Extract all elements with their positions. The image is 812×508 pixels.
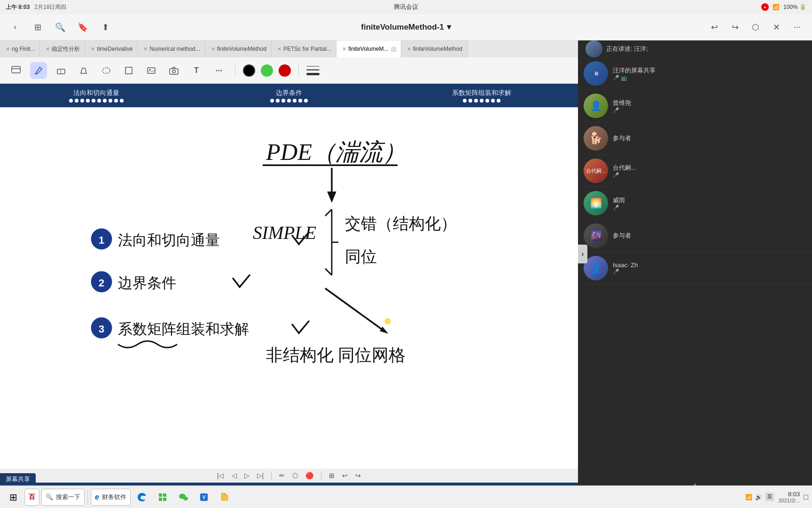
tab-1[interactable]: ✕ ng Finit... (0, 40, 40, 57)
tab-close-4[interactable]: ✕ (143, 46, 148, 52)
avatar-3: 🐕 (584, 126, 608, 151)
search-button[interactable]: 🔍 (53, 20, 68, 35)
taskbar-edge-btn[interactable] (133, 488, 151, 507)
color-red[interactable] (279, 64, 291, 77)
nav-undo[interactable]: ↩ (340, 471, 350, 480)
nav-prev-frame[interactable]: ◁ (230, 471, 239, 480)
participant-item-6[interactable]: 🌆 参与者 (578, 220, 812, 252)
tab-close-1[interactable]: ✕ (6, 46, 10, 52)
taskbar-tencent-btn[interactable]: V (195, 488, 213, 507)
color-green[interactable] (261, 64, 273, 77)
share-button[interactable]: ⬆ (98, 20, 113, 35)
more-tools[interactable] (211, 62, 227, 79)
participant-item-7[interactable]: 👤 Isaac· Zh 🎤 (578, 252, 812, 285)
nav-last[interactable]: ▷| (255, 471, 266, 480)
notification-icon[interactable]: □ (804, 493, 808, 501)
ie-icon: e (95, 493, 99, 501)
app-grid-button[interactable]: ⊞ (30, 20, 45, 35)
tab-2[interactable]: ✕ 稳定性分析 (40, 40, 85, 57)
more-button[interactable]: ··· (789, 20, 804, 35)
system-bar: 上午 8:03 2月18日周四 腾讯会议 ● 📶 100% 🔋 (0, 0, 812, 14)
tab-label-5: finiteVolumeMethod (217, 46, 266, 52)
tab-7[interactable]: ✕ finiteVolumeM... ⬜ (336, 40, 401, 57)
marker-tool[interactable] (75, 62, 92, 79)
nav-overview[interactable]: ⊞ (327, 471, 336, 480)
participant-item-5[interactable]: 🌅 威雨 🎤 (578, 187, 812, 220)
tab-close-2[interactable]: ✕ (46, 46, 50, 52)
tab-4[interactable]: ✕ Numerical method... (138, 40, 205, 57)
tab-close-7[interactable]: ✕ (342, 46, 346, 52)
close-button[interactable]: ✕ (769, 20, 784, 35)
taskbar-search-btn[interactable]: 🔍 搜索一下 (41, 489, 85, 506)
system-status: ● 📶 100% 🔋 (761, 3, 806, 11)
tab-close-6[interactable]: ✕ (277, 46, 281, 52)
nav-draw[interactable]: ✏ (277, 471, 287, 480)
nav-first[interactable]: |◁ (215, 471, 226, 480)
toolbar-separator-1 (235, 64, 235, 77)
avatar-2: 👤 (584, 94, 608, 118)
tab-5[interactable]: ✕ finiteVolumeMethod (205, 40, 272, 57)
stroke-thin[interactable] (306, 66, 320, 67)
color-black[interactable] (243, 64, 255, 77)
taskbar-wechat-btn[interactable] (174, 488, 193, 507)
sidebar-collapse-arrow[interactable]: › (578, 245, 587, 263)
participant-item-3[interactable]: 🐕 参与者 (578, 122, 812, 155)
presenter-avatar (586, 40, 602, 57)
redo-button[interactable]: ↪ (727, 20, 742, 35)
nav-next-frame[interactable]: ▷ (242, 471, 251, 480)
new-window-button[interactable]: ⬡ (748, 20, 763, 35)
slide-nav-controls: |◁ ◁ ▷ ▷| ✏ ⬡ 🔴 ⊞ ↩ ↪ (0, 468, 578, 483)
tab-close-3[interactable]: ✕ (91, 46, 95, 52)
participant-item-4[interactable]: 台代嗣... 台代嗣... 🎤 (578, 155, 812, 187)
slide-section-1[interactable]: 法向和切向通量 (0, 84, 193, 107)
slide-section-2[interactable]: 边界条件 (193, 84, 385, 107)
svg-text:PDE（湍流）: PDE（湍流） (265, 139, 406, 165)
section-3-title: 系数矩阵组装和求解 (452, 89, 511, 97)
svg-marker-17 (327, 191, 336, 203)
section-3-dots (463, 99, 500, 103)
tab-label-8: finiteVolumeMethod (413, 46, 462, 52)
participant-info-5: 威雨 🎤 (613, 196, 625, 211)
nav-redo[interactable]: ↪ (353, 471, 363, 480)
nav-laser[interactable]: 🔴 (304, 471, 315, 480)
stroke-thick[interactable] (306, 73, 320, 75)
back-button[interactable]: ‹ (8, 20, 23, 35)
slide-content: PDE（湍流） SIMPLE 交错（结构化） 同位 1 法向和切向通量 (0, 107, 578, 483)
windows-start-button[interactable]: ⊞ (4, 488, 23, 507)
shape-tool[interactable] (120, 62, 137, 79)
undo-button[interactable]: ↩ (707, 20, 722, 35)
tab-8[interactable]: ✕ finiteVolumeMethod (401, 40, 468, 57)
slide-section-3[interactable]: 系数矩阵组装和求解 (385, 84, 578, 107)
image-tool[interactable] (143, 62, 160, 79)
taskbar-baidu-btn[interactable]: 百 (24, 489, 39, 506)
document-title[interactable]: finiteVolumeMethod-1 ▾ (361, 22, 451, 32)
tab-close-8[interactable]: ✕ (407, 46, 411, 52)
ime-icon[interactable]: 英 (765, 492, 774, 501)
right-sidebar: 🖥 汪洋的屏幕共享 🎤 📺 👤 曾维尧 🎤 🐕 参与者 (578, 57, 812, 508)
tab-close-5[interactable]: ✕ (211, 46, 215, 52)
participant-item-2[interactable]: 👤 曾维尧 🎤 (578, 90, 812, 122)
tab-6[interactable]: ✕ PETSc for Partial... (272, 40, 336, 57)
system-time: 上午 8:03 (6, 3, 30, 11)
camera-tool[interactable] (165, 62, 182, 79)
nav-zoom[interactable]: ⬡ (290, 471, 300, 480)
participant-list: 🖥 汪洋的屏幕共享 🎤 📺 👤 曾维尧 🎤 🐕 参与者 (578, 57, 812, 477)
stroke-medium[interactable] (306, 69, 320, 71)
taskbar-file-btn[interactable] (215, 488, 234, 507)
svg-point-33 (384, 318, 391, 325)
handwriting-canvas[interactable]: PDE（湍流） SIMPLE 交错（结构化） 同位 1 法向和切向通量 (0, 107, 578, 483)
bookmark-button[interactable]: 🔖 (75, 20, 90, 35)
participant-item-1[interactable]: 🖥 汪洋的屏幕共享 🎤 📺 (578, 57, 812, 90)
taskbar-ie-btn[interactable]: e 财务软件 (91, 489, 131, 506)
lasso-tool[interactable] (98, 62, 115, 79)
taskbar-sep-1 (87, 490, 88, 505)
select-tool[interactable] (8, 62, 24, 79)
svg-rect-0 (12, 66, 20, 73)
participant-name-2: 曾维尧 (613, 99, 631, 107)
pen-tool[interactable] (30, 62, 47, 79)
tab-3[interactable]: ✕ timeDerivative (85, 40, 138, 57)
taskbar-greenapp-btn[interactable] (153, 488, 172, 507)
participant-info-6: 参与者 (613, 231, 631, 240)
eraser-tool[interactable] (53, 62, 70, 79)
text-tool[interactable]: T (188, 62, 205, 79)
